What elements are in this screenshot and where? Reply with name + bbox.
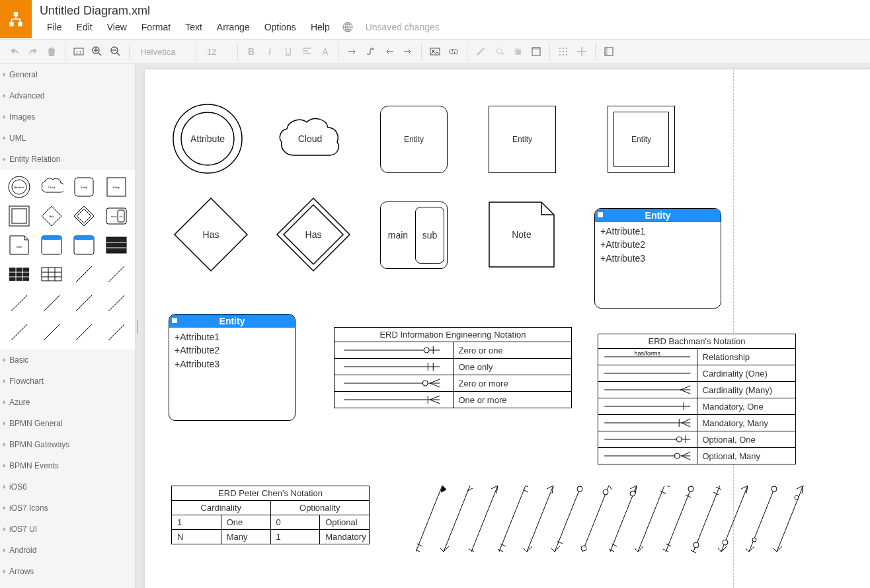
palette-shape[interactable] (101, 232, 131, 258)
palette-shape[interactable]: Attribute (4, 174, 34, 200)
sidebar-section[interactable]: Flowchart (0, 371, 135, 392)
bachman-title: ERD Bachman's Notation (598, 334, 796, 349)
sidebar-section[interactable]: Images (0, 106, 135, 128)
note-shape[interactable]: Note (489, 202, 555, 268)
palette-shape[interactable] (36, 319, 66, 346)
sidebar-splitter[interactable] (136, 64, 139, 588)
connection-straight-icon[interactable] (343, 42, 362, 61)
palette-shape[interactable] (36, 261, 66, 287)
palette-shape[interactable] (69, 232, 99, 258)
connection-elbow-icon[interactable] (362, 42, 380, 61)
container-button[interactable] (527, 42, 545, 61)
line-color-button[interactable] (471, 42, 490, 61)
svg-text:Entity: Entity (112, 186, 119, 189)
font-size-selector[interactable]: 12 (200, 47, 233, 57)
diagram-canvas[interactable]: Attribute Cloud Entity Entity Entity Has (145, 69, 870, 588)
palette-shape[interactable] (101, 319, 131, 346)
palette-shape[interactable] (69, 261, 99, 287)
palette-shape[interactable]: Cloud (36, 174, 66, 200)
palette-shape[interactable] (101, 261, 131, 287)
has-diamond-shape[interactable]: Has (171, 195, 251, 274)
redo-button[interactable] (24, 42, 42, 61)
zoom-in-button[interactable] (88, 42, 106, 61)
bachman-notation-table[interactable]: ERD Bachman's Notation has/formsRelation… (598, 334, 796, 464)
entity-double-shape[interactable]: Entity (608, 106, 675, 173)
menu-file[interactable]: File (40, 20, 69, 34)
entity-rounded-shape[interactable]: Entity (380, 106, 448, 173)
entity-table-shape[interactable]: Entity +Attribute1+Attribute2+Attribute3 (594, 208, 721, 309)
sidebar-section[interactable]: Advanced (0, 85, 135, 106)
palette-shape[interactable] (69, 203, 99, 229)
align-button[interactable] (297, 42, 316, 61)
sidebar-section[interactable]: Azure (0, 392, 135, 413)
menu-text[interactable]: Text (178, 20, 210, 34)
entity-square-shape[interactable]: Entity (489, 106, 556, 173)
insert-link-button[interactable] (444, 42, 463, 61)
sidebar-section[interactable]: iOS6 (0, 476, 135, 497)
menu-format[interactable]: Format (134, 20, 178, 34)
arrow-left-icon[interactable] (380, 42, 399, 61)
shapes-sidebar[interactable]: GeneralAdvancedImagesUMLEntity Relation … (0, 64, 136, 588)
palette-shape[interactable] (4, 319, 34, 346)
sidebar-section[interactable]: BPMN Gateways (0, 434, 135, 455)
sidebar-section[interactable]: UML (0, 128, 135, 149)
ie-notation-table[interactable]: ERD Information Engineering Notation Zer… (334, 327, 572, 408)
main-sub-shape[interactable]: main sub (380, 202, 448, 269)
palette-shape[interactable]: Entity (101, 174, 131, 200)
insert-image-button[interactable] (426, 42, 444, 61)
palette-shape[interactable] (69, 290, 99, 316)
outline-panel-button[interactable] (600, 42, 618, 61)
canvas-scroll[interactable]: Attribute Cloud Entity Entity Entity Has (139, 64, 870, 588)
sidebar-section[interactable]: iOS7 Icons (0, 497, 135, 519)
palette-shape[interactable] (69, 319, 99, 346)
palette-shape[interactable]: Note (4, 232, 34, 258)
palette-shape[interactable] (36, 232, 66, 258)
chen-notation-table[interactable]: ERD Peter Chen's Notation CardinalityOpt… (171, 486, 370, 544)
palette-shape[interactable]: Has (36, 203, 66, 229)
zoom-reset-button[interactable]: 1:1 (69, 42, 88, 61)
palette-shape[interactable] (4, 203, 34, 229)
menu-help[interactable]: Help (303, 20, 337, 34)
menu-options[interactable]: Options (257, 20, 303, 34)
app-logo[interactable] (0, 0, 32, 38)
attribute-shape[interactable]: Attribute (171, 102, 244, 175)
palette-shape[interactable]: Entity (69, 174, 99, 200)
palette-shape[interactable] (36, 290, 66, 316)
sidebar-section[interactable]: Entity Relation (0, 149, 135, 170)
menu-view[interactable]: View (100, 20, 134, 34)
delete-button[interactable] (42, 42, 61, 61)
sidebar-section[interactable]: BPMN General (0, 413, 135, 434)
font-color-button[interactable]: A (316, 42, 335, 61)
shadow-button[interactable] (508, 42, 527, 61)
fill-color-button[interactable] (490, 42, 508, 61)
sidebar-section[interactable]: iOS7 UI (0, 519, 135, 540)
sidebar-section[interactable]: Android (0, 540, 135, 561)
cloud-shape[interactable]: Cloud (277, 109, 343, 168)
palette-shape[interactable] (4, 290, 34, 316)
sidebar-section[interactable]: BPMN Events (0, 455, 135, 476)
font-family-selector[interactable]: Helvetica (134, 47, 192, 57)
grid-dots-button[interactable] (554, 42, 573, 61)
undo-button[interactable] (5, 42, 24, 61)
sidebar-section[interactable]: Arrows (0, 561, 135, 582)
bold-button[interactable]: B (242, 42, 260, 61)
palette-shape[interactable] (101, 290, 131, 316)
table-cell: Optional (320, 515, 370, 530)
underline-button[interactable]: U (279, 42, 297, 61)
zoom-out-button[interactable] (106, 42, 125, 61)
document-title[interactable]: Untitled Diagram.xml (40, 3, 870, 18)
menu-edit[interactable]: Edit (69, 20, 100, 34)
arrow-right-icon[interactable] (399, 42, 417, 61)
palette-shape[interactable] (4, 261, 34, 287)
table-cell: Mandatory (320, 530, 370, 544)
sidebar-section[interactable]: General (0, 64, 135, 85)
palette-shape[interactable]: mainsub (101, 203, 131, 229)
menu-arrange[interactable]: Arrange (210, 20, 257, 34)
globe-icon[interactable] (342, 22, 353, 32)
has-double-diamond-shape[interactable]: Has (274, 195, 353, 274)
connector-samples[interactable] (416, 486, 852, 565)
entity-table-shape-2[interactable]: Entity +Attribute1+Attribute2+Attribute3 (169, 314, 296, 421)
italic-button[interactable]: I (260, 42, 279, 61)
sidebar-section[interactable]: Basic (0, 349, 135, 371)
guides-button[interactable] (573, 42, 591, 61)
